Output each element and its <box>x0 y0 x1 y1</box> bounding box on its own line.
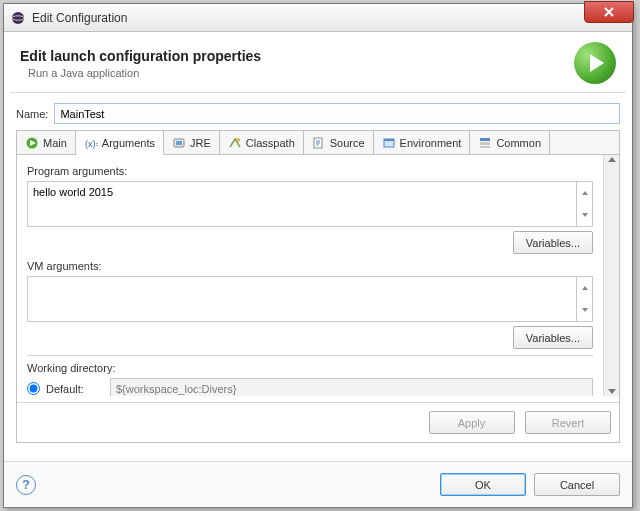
classpath-icon <box>228 136 242 150</box>
tab-main[interactable]: Main <box>17 131 76 154</box>
common-icon <box>478 136 492 150</box>
vm-args-label: VM arguments: <box>27 260 593 272</box>
header-subtitle: Run a Java application <box>28 67 574 79</box>
program-variables-button[interactable]: Variables... <box>513 231 593 254</box>
eclipse-icon <box>10 10 26 26</box>
dialog-window: Edit Configuration Edit launch configura… <box>3 3 633 508</box>
dialog-header: Edit launch configuration properties Run… <box>4 32 632 92</box>
header-title: Edit launch configuration properties <box>20 48 574 64</box>
svg-rect-5 <box>176 141 182 145</box>
tab-label: Arguments <box>102 137 155 149</box>
apply-row: Apply Revert <box>17 402 619 442</box>
tab-label: Environment <box>400 137 462 149</box>
close-button[interactable] <box>584 1 634 23</box>
arguments-icon: (x)= <box>84 136 98 150</box>
cancel-button[interactable]: Cancel <box>534 473 620 496</box>
svg-rect-12 <box>480 146 490 148</box>
default-dir-field <box>110 378 593 396</box>
dialog-footer: ? OK Cancel <box>4 461 632 507</box>
tab-label: Main <box>43 137 67 149</box>
scroll-up-icon <box>608 157 616 162</box>
jre-icon <box>172 136 186 150</box>
source-icon <box>312 136 326 150</box>
working-dir-label: Working directory: <box>27 362 593 374</box>
svg-point-0 <box>12 12 24 24</box>
tab-folder: Main (x)= Arguments JRE Classpath Source <box>16 130 620 443</box>
tab-label: Source <box>330 137 365 149</box>
revert-button[interactable]: Revert <box>525 411 611 434</box>
divider <box>27 355 593 356</box>
tab-environment[interactable]: Environment <box>374 131 471 154</box>
run-icon <box>574 42 616 84</box>
java-run-icon <box>25 136 39 150</box>
tab-common[interactable]: Common <box>470 131 550 154</box>
tab-source[interactable]: Source <box>304 131 374 154</box>
svg-text:(x)=: (x)= <box>85 139 98 149</box>
vm-variables-button[interactable]: Variables... <box>513 326 593 349</box>
arguments-panel: Program arguments: Variables... VM argum… <box>17 155 603 396</box>
name-label: Name: <box>16 108 48 120</box>
environment-icon <box>382 136 396 150</box>
svg-rect-9 <box>384 139 394 141</box>
scroll-down-icon <box>608 389 616 394</box>
tab-label: JRE <box>190 137 211 149</box>
vertical-scrollbar[interactable] <box>603 155 619 396</box>
vm-args-input[interactable] <box>27 276 577 322</box>
program-args-label: Program arguments: <box>27 165 593 177</box>
svg-rect-11 <box>480 142 490 145</box>
apply-button[interactable]: Apply <box>429 411 515 434</box>
program-args-input[interactable] <box>27 181 577 227</box>
tab-label: Classpath <box>246 137 295 149</box>
default-dir-radio[interactable] <box>27 382 40 395</box>
name-input[interactable] <box>54 103 620 124</box>
tab-strip: Main (x)= Arguments JRE Classpath Source <box>17 131 619 155</box>
tab-label: Common <box>496 137 541 149</box>
program-args-spin[interactable] <box>577 181 593 227</box>
tab-classpath[interactable]: Classpath <box>220 131 304 154</box>
window-title: Edit Configuration <box>32 11 632 25</box>
default-dir-label: Default: <box>46 383 104 395</box>
help-icon[interactable]: ? <box>16 475 36 495</box>
ok-button[interactable]: OK <box>440 473 526 496</box>
svg-point-6 <box>236 138 240 142</box>
title-bar: Edit Configuration <box>4 4 632 32</box>
vm-args-spin[interactable] <box>577 276 593 322</box>
tab-jre[interactable]: JRE <box>164 131 220 154</box>
svg-rect-10 <box>480 138 490 141</box>
tab-arguments[interactable]: (x)= Arguments <box>76 131 164 155</box>
